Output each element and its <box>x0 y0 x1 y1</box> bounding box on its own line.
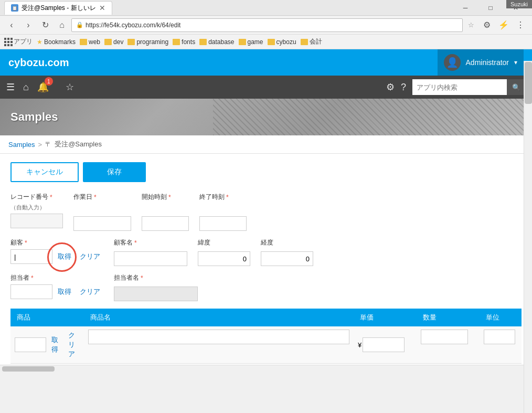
latitude-input[interactable]: 0 <box>198 251 250 266</box>
product-name-input[interactable] <box>88 330 349 344</box>
staff-input[interactable] <box>10 284 52 299</box>
browser-tab[interactable]: 📋 受注@Samples - 新しいレ ✕ <box>4 1 112 15</box>
url-text: https://fe54k.cybozu.com/k/64/edit <box>86 22 180 29</box>
auto-input-label: （自動入力） <box>10 204 63 211</box>
user-label: Suzuki <box>506 0 532 8</box>
td-product: 取得 クリア <box>10 326 84 363</box>
bookmark-star-button[interactable]: ☆ <box>465 19 477 31</box>
field-customer: 顧客 * 取得 クリア <box>10 238 103 264</box>
scrollbar-h-thumb[interactable] <box>2 366 55 372</box>
save-button[interactable]: 保存 <box>83 162 146 182</box>
bookmarks-item-cybozu[interactable]: cybozu <box>268 38 296 46</box>
bookmarks-item-bookmarks[interactable]: ★ Bookmarks <box>37 38 76 46</box>
breadcrumb-separator: > <box>38 141 42 149</box>
end-time-label: 終了時刻 * <box>199 193 247 202</box>
bookmarks-item-game[interactable]: game <box>239 38 263 46</box>
unit-input[interactable] <box>484 330 515 344</box>
field-end-time: 終了時刻 * <box>199 193 247 231</box>
app-title: Samples <box>10 110 58 124</box>
customer-name-input[interactable] <box>114 251 187 266</box>
back-button[interactable]: ‹ <box>4 18 19 33</box>
staff-get-button[interactable]: 取得 <box>55 285 75 299</box>
price-prefix: ¥ <box>358 341 361 349</box>
menu-button[interactable]: ⋮ <box>513 18 528 33</box>
settings-button[interactable]: ⚙ <box>480 18 494 33</box>
bookmarks-item-programing[interactable]: programing <box>127 38 168 46</box>
get-button-wrapper: 取得 <box>55 250 75 263</box>
required-mark-7: * <box>31 274 34 282</box>
bookmarks-item-dev[interactable]: dev <box>104 38 123 46</box>
customer-label: 顧客 * <box>10 238 103 247</box>
app-search-button[interactable]: 🔍 <box>507 79 526 95</box>
bookmarks-item-database[interactable]: database <box>199 38 234 46</box>
bookmarks-bar: アプリ ★ Bookmarks web dev programing fonts… <box>0 35 532 49</box>
cybozu-label: cybozu <box>276 38 296 46</box>
field-latitude: 緯度 0 <box>198 238 250 266</box>
td-unit <box>480 326 522 363</box>
app-banner: Samples <box>0 99 532 135</box>
action-buttons: キャンセル 保存 <box>10 162 522 182</box>
main-content: キャンセル 保存 レコード番号 * （自動入力） 作業日 * <box>0 154 532 372</box>
tab-label: 受注@Samples - 新しいレ <box>22 4 96 13</box>
longitude-input[interactable]: 0 <box>261 251 313 266</box>
quantity-input[interactable] <box>421 330 468 344</box>
th-product-name: 商品名 <box>84 309 354 326</box>
breadcrumb-current: 受注@Samples <box>55 140 102 149</box>
user-dropdown-icon[interactable]: ▾ <box>514 59 517 66</box>
home-icon[interactable]: ⌂ <box>23 82 29 93</box>
gear-icon[interactable]: ⚙ <box>386 81 395 93</box>
extensions-button[interactable]: ⚡ <box>496 18 511 33</box>
bookmarks-item-accounting[interactable]: 会計 <box>301 37 322 46</box>
th-unit: 単位 <box>480 309 522 326</box>
scrollbar-thumb[interactable] <box>525 62 532 104</box>
user-name: Administrator <box>466 58 509 67</box>
apps-button[interactable]: アプリ <box>4 37 33 46</box>
minimize-button[interactable]: ─ <box>453 0 477 16</box>
app-search-input[interactable] <box>412 79 507 95</box>
reload-button[interactable]: ↻ <box>38 18 52 33</box>
app-toolbar: ☰ ⌂ 🔔 1 ☆ ⚙ ? 🔍 <box>0 76 532 99</box>
staff-name-input[interactable] <box>114 287 198 301</box>
web-label: web <box>89 38 100 46</box>
user-area[interactable]: 👤 Administrator ▾ <box>438 49 524 76</box>
table-row: 取得 クリア ¥ <box>10 326 522 364</box>
record-number-input[interactable] <box>10 214 63 228</box>
price-input[interactable] <box>363 337 405 352</box>
breadcrumb-parent[interactable]: Samples <box>8 141 35 149</box>
staff-label: 担当者 * <box>10 273 103 282</box>
customer-input[interactable] <box>10 249 52 264</box>
customer-get-button[interactable]: 取得 <box>55 250 75 263</box>
breadcrumb: Samples > 〒 受注@Samples <box>0 135 532 154</box>
home-button[interactable]: ⌂ <box>55 18 69 33</box>
end-time-input[interactable] <box>199 216 247 231</box>
forward-button[interactable]: › <box>21 18 36 33</box>
address-bar[interactable]: 🔒 https://fe54k.cybozu.com/k/64/edit <box>71 18 463 32</box>
td-price: ¥ <box>354 326 417 363</box>
bookmarks-label: Bookmarks <box>44 38 76 46</box>
customer-name-label: 顧客名 * <box>114 238 187 247</box>
right-scrollbar[interactable] <box>524 61 532 413</box>
required-mark-2: * <box>94 194 97 201</box>
product-input[interactable] <box>15 337 46 352</box>
bookmarks-item-web[interactable]: web <box>80 38 100 46</box>
product-get-button[interactable]: 取得 <box>48 334 61 355</box>
user-icon: 👤 <box>446 57 458 68</box>
tab-close-button[interactable]: ✕ <box>99 4 105 12</box>
required-mark-5: * <box>25 239 27 247</box>
field-record-number: レコード番号 * （自動入力） <box>10 193 63 228</box>
accounting-label: 会計 <box>310 37 322 46</box>
menu-icon[interactable]: ☰ <box>6 81 15 93</box>
work-date-input[interactable] <box>73 216 131 231</box>
cancel-button[interactable]: キャンセル <box>10 162 79 182</box>
customer-clear-button[interactable]: クリア <box>77 250 103 263</box>
staff-clear-button[interactable]: クリア <box>77 285 103 299</box>
help-icon[interactable]: ? <box>401 82 406 93</box>
star-icon[interactable]: ☆ <box>66 81 74 93</box>
field-customer-name: 顧客名 * <box>114 238 187 266</box>
start-time-input[interactable] <box>142 216 189 231</box>
bookmarks-item-fonts[interactable]: fonts <box>173 38 195 46</box>
product-clear-button[interactable]: クリア <box>63 330 80 360</box>
app-search-box[interactable]: 🔍 <box>412 79 526 95</box>
maximize-button[interactable]: □ <box>478 0 503 16</box>
bottom-scrollbar[interactable] <box>0 365 524 372</box>
